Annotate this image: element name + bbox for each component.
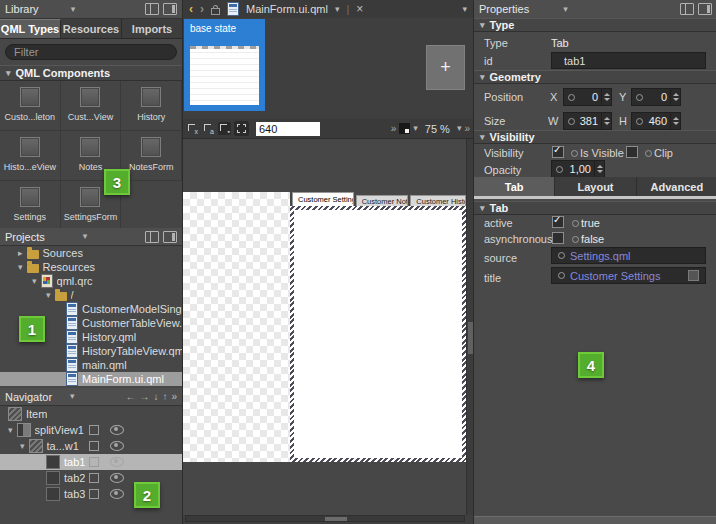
asynchronous-checkbox[interactable] xyxy=(552,232,564,244)
tree-row-resources[interactable]: ▾ Resources xyxy=(0,260,182,274)
title-field[interactable]: Customer Settings xyxy=(551,267,706,284)
navigator-row-item[interactable]: Item xyxy=(0,406,182,422)
tab-tab[interactable]: Tab xyxy=(474,177,555,196)
section-tab[interactable]: ▾ Tab xyxy=(474,201,716,215)
tab-resources[interactable]: Resources xyxy=(61,19,122,38)
binding-dot-icon[interactable] xyxy=(572,236,579,243)
component-historytableview[interactable]: Histo...eView xyxy=(0,131,61,181)
stepper-icon[interactable] xyxy=(670,89,680,105)
clip-checkbox[interactable] xyxy=(626,146,638,158)
form-tab-customer-history[interactable]: Customer History xyxy=(410,195,466,206)
binding-dot-icon[interactable] xyxy=(558,272,565,279)
x-spinbox[interactable]: 0 xyxy=(563,88,612,106)
move-down-icon[interactable]: ↓ xyxy=(153,391,158,402)
navigator-row-tabview1[interactable]: ▾ ta...w1 xyxy=(0,438,182,454)
qml-components-section-header[interactable]: ▾ QML Components xyxy=(0,65,182,81)
source-field[interactable]: Settings.qml xyxy=(551,247,706,264)
overflow-icon[interactable]: » xyxy=(391,123,397,134)
component-notesform[interactable]: NotesForm xyxy=(121,131,182,181)
eye-icon[interactable] xyxy=(110,473,124,483)
binding-dot-icon[interactable] xyxy=(636,94,643,101)
bottom-scrollbar[interactable] xyxy=(474,516,716,524)
tree-row-sources[interactable]: ▸ Sources xyxy=(0,246,182,260)
chevron-right-icon[interactable]: ▸ xyxy=(18,249,23,258)
opacity-spinbox[interactable]: 1,00 xyxy=(551,160,605,178)
component-settings[interactable]: Settings xyxy=(0,181,61,231)
eye-icon[interactable] xyxy=(110,441,124,451)
vertical-scrollbar[interactable] xyxy=(466,139,473,515)
stepper-icon[interactable] xyxy=(670,113,680,129)
export-icon[interactable] xyxy=(89,457,99,467)
filter-input[interactable]: Filter xyxy=(5,44,177,60)
tree-row-mainform-selected[interactable]: MainForm.ui.qml xyxy=(0,372,182,386)
chevron-down-icon[interactable]: ▾ xyxy=(70,392,75,401)
tree-row-qmlqrc[interactable]: ▾ qml.qrc xyxy=(0,274,182,288)
binding-dot-icon[interactable] xyxy=(572,220,579,227)
transparent-checkerboard[interactable]: Customer Settings Customer Notes Custome… xyxy=(183,192,466,462)
chevron-down-icon[interactable]: ▾ xyxy=(71,5,76,14)
close-panel-icon[interactable] xyxy=(698,3,712,15)
chevron-down-icon[interactable]: ▾ xyxy=(335,5,340,14)
overflow-icon[interactable]: » xyxy=(171,391,177,402)
tab-imports[interactable]: Imports xyxy=(122,19,182,38)
scrollbar-handle[interactable] xyxy=(325,517,347,521)
close-panel-icon[interactable] xyxy=(163,231,177,243)
add-state-button[interactable]: + xyxy=(426,45,465,90)
chevron-down-icon[interactable]: ▾ xyxy=(8,426,13,435)
binding-dot-icon[interactable] xyxy=(636,118,643,125)
eye-icon[interactable] xyxy=(110,425,124,435)
form-tab-customer-settings[interactable]: Customer Settings xyxy=(292,192,354,206)
open-file-name[interactable]: MainForm.ui.qml xyxy=(246,3,328,15)
chevron-down-icon[interactable]: ▾ xyxy=(18,263,23,272)
is-visible-checkbox[interactable]: ✓ xyxy=(552,146,564,158)
design-canvas[interactable]: Customer Settings Customer Notes Custome… xyxy=(183,139,466,515)
tree-row-historytableview[interactable]: HistoryTableView.qml xyxy=(0,344,182,358)
back-icon[interactable]: ‹ xyxy=(189,2,193,16)
export-icon[interactable] xyxy=(89,489,99,499)
chevron-down-icon[interactable]: ▾ xyxy=(462,5,467,14)
close-panel-icon[interactable] xyxy=(163,3,177,15)
id-field[interactable]: tab1 xyxy=(551,52,706,69)
split-panel-icon[interactable] xyxy=(145,231,159,243)
show-bounding-rect-icon[interactable] xyxy=(234,121,249,136)
chevron-down-icon[interactable]: ▾ xyxy=(457,124,462,133)
chevron-down-icon[interactable]: ▾ xyxy=(83,232,88,241)
chevron-down-icon[interactable]: ▾ xyxy=(563,5,568,14)
component-history[interactable]: History xyxy=(121,81,182,131)
split-panel-icon[interactable] xyxy=(145,3,159,15)
tree-row-root-folder[interactable]: ▾ / xyxy=(0,288,182,302)
chevron-down-icon[interactable]: ▾ xyxy=(20,442,25,451)
tab-advanced[interactable]: Advanced xyxy=(637,177,716,196)
section-visibility[interactable]: ▾ Visibility xyxy=(474,130,716,144)
no-snapping-icon[interactable]: x xyxy=(186,122,199,135)
move-up-icon[interactable]: ↑ xyxy=(162,391,167,402)
stepper-icon[interactable] xyxy=(601,113,611,129)
export-icon[interactable] xyxy=(89,441,99,451)
overflow-icon[interactable]: » xyxy=(464,123,470,134)
form-tabview[interactable]: Customer Settings Customer Notes Custome… xyxy=(290,192,466,462)
height-spinbox[interactable]: 460 xyxy=(631,112,681,130)
tree-row-main[interactable]: main.qml xyxy=(0,358,182,372)
canvas-color-icon[interactable] xyxy=(399,123,410,134)
binding-dot-icon[interactable] xyxy=(645,150,652,157)
export-icon[interactable] xyxy=(89,473,99,483)
form-content-area[interactable] xyxy=(294,210,462,458)
section-geometry[interactable]: ▾ Geometry xyxy=(474,70,716,84)
base-state-card[interactable]: base state xyxy=(184,19,265,111)
component-customermodelsingleton[interactable]: Custo...leton xyxy=(0,81,61,131)
move-left-icon[interactable]: ← xyxy=(125,391,135,402)
stepper-icon[interactable] xyxy=(601,89,611,105)
binding-dot-icon[interactable] xyxy=(571,150,578,157)
move-right-icon[interactable]: → xyxy=(139,391,149,402)
zoom-level[interactable]: 75 % xyxy=(425,123,450,135)
canvas-width-field[interactable]: 640 xyxy=(256,122,320,136)
navigator-row-splitview1[interactable]: ▾ splitView1 xyxy=(0,422,182,438)
component-customertableview[interactable]: Cust...View xyxy=(61,81,122,131)
section-type[interactable]: ▾ Type xyxy=(474,18,716,32)
chevron-down-icon[interactable]: ▾ xyxy=(32,277,37,286)
tab-qml-types[interactable]: QML Types xyxy=(0,19,61,38)
split-panel-icon[interactable] xyxy=(680,3,694,15)
binding-dot-icon[interactable] xyxy=(556,166,563,173)
horizontal-scrollbar[interactable] xyxy=(185,515,465,522)
eye-icon[interactable] xyxy=(110,489,124,499)
